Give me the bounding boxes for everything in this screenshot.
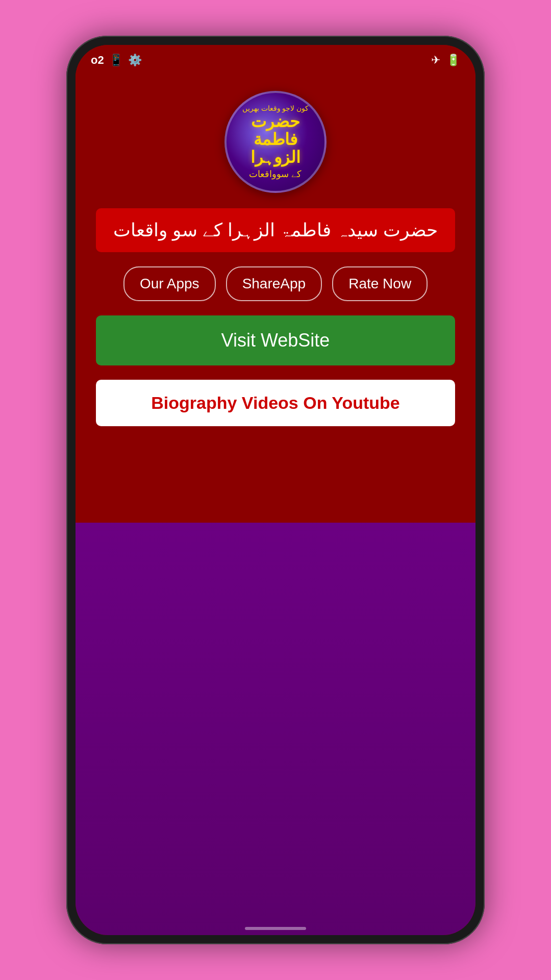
carrier-text: o2 (91, 54, 104, 67)
rate-now-button[interactable]: Rate Now (332, 266, 428, 301)
button-row: Our Apps ShareApp Rate Now (96, 266, 455, 301)
logo-top-text: کون لاجو وقعات بھریں (242, 104, 309, 113)
visit-website-button[interactable]: Visit WebSite (96, 315, 455, 365)
settings-icon: ⚙️ (128, 54, 142, 67)
home-indicator (245, 927, 306, 930)
phone-screen: o2 📱 ⚙️ ✈ 🔋 کون لاجو وقعات بھریں حضرت فا… (76, 45, 475, 935)
phone-frame: o2 📱 ⚙️ ✈ 🔋 کون لاجو وقعات بھریں حضرت فا… (66, 36, 485, 944)
logo-bottom-text: کے سوواقعات (249, 168, 302, 180)
title-banner: حضرت سیدہ فاطمۃ الزہرا کے سو واقعات (96, 208, 455, 252)
share-app-button[interactable]: ShareApp (226, 266, 322, 301)
status-right: ✈ 🔋 (431, 54, 460, 67)
app-content: کون لاجو وقعات بھریں حضرت فاطمةالزوہرا ک… (76, 76, 475, 935)
app-logo: کون لاجو وقعات بھریں حضرت فاطمةالزوہرا ک… (224, 91, 327, 193)
battery-icon: 🔋 (446, 54, 460, 67)
logo-main-text: حضرت فاطمةالزوہرا (234, 113, 317, 167)
our-apps-button[interactable]: Our Apps (123, 266, 216, 301)
sim-icon: 📱 (109, 54, 123, 67)
status-bar: o2 📱 ⚙️ ✈ 🔋 (76, 45, 475, 76)
airplane-icon: ✈ (431, 54, 440, 67)
title-banner-text: حضرت سیدہ فاطمۃ الزہرا کے سو واقعات (113, 219, 438, 240)
logo-inner: کون لاجو وقعات بھریں حضرت فاطمةالزوہرا ک… (227, 93, 324, 191)
status-left: o2 📱 ⚙️ (91, 54, 142, 67)
biography-videos-button[interactable]: Biography Videos On Youtube (96, 380, 455, 426)
